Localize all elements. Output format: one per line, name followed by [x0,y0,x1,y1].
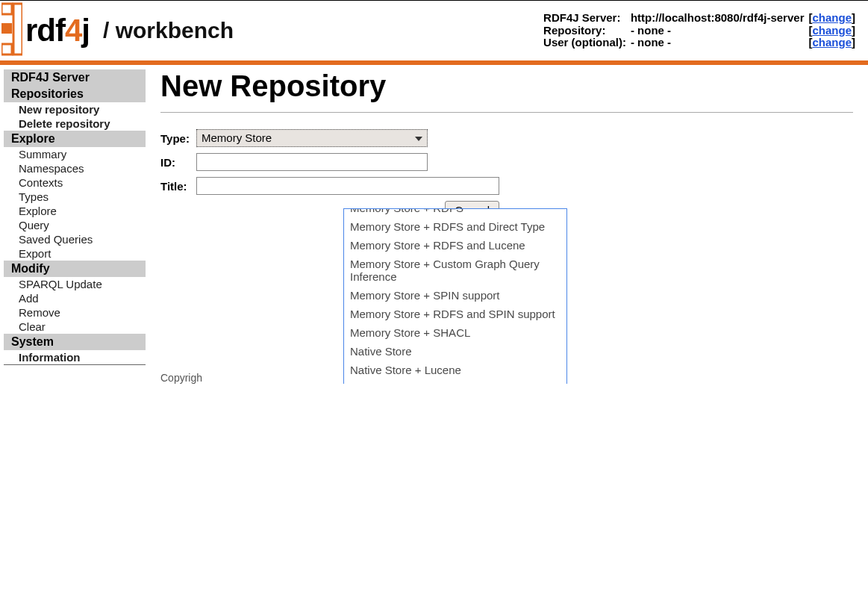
svg-rect-2 [1,44,12,55]
dropdown-option[interactable]: Memory Store + SHACL [344,323,566,342]
sidebar-item[interactable]: Saved Queries [4,232,146,246]
workbench-text: / workbench [103,18,234,43]
logo: rdf4j / workbench [0,2,234,59]
sidebar-item[interactable]: Clear [4,320,146,334]
change-user-link[interactable]: change [812,36,852,49]
rdf4j-logo-icon [1,2,22,59]
title-label: Title: [160,174,196,198]
server-row-repository: Repository: - none - [change] [542,25,857,37]
dropdown-option[interactable]: Memory Store + SPIN support [344,286,566,305]
type-select[interactable]: Memory Store [196,129,428,147]
sidebar-item[interactable]: Summary [4,147,146,161]
sidebar-item[interactable]: Namespaces [4,161,146,175]
sidebar-item[interactable]: Information [4,350,146,364]
sidebar-item[interactable]: Types [4,190,146,204]
type-dropdown-list[interactable]: Memory Store + RDFSMemory Store + RDFS a… [343,208,567,384]
sidebar-item[interactable]: SPARQL Update [4,277,146,291]
dropdown-option[interactable]: Memory Store + RDFS and Lucene [344,236,566,255]
dropdown-option[interactable]: Memory Store + Custom Graph Query Infere… [344,255,566,286]
sidebar-item[interactable]: Query [4,218,146,232]
id-label: ID: [160,150,196,174]
dropdown-option[interactable]: Native Store + RDFS [344,379,566,384]
sidebar-item[interactable]: Explore [4,204,146,218]
sidebar-item[interactable]: Contexts [4,175,146,190]
sidebar-item[interactable]: Delete repository [4,116,146,131]
nav-group-header: Modify [4,261,146,277]
dropdown-option[interactable]: Native Store [344,342,566,361]
nav-group-header: System [4,334,146,350]
change-repository-link[interactable]: change [812,24,852,37]
change-server-link[interactable]: change [812,11,852,24]
server-info: RDF4J Server: http://localhost:8080/rdf4… [542,12,868,49]
nav-group-header: Explore [4,131,146,147]
svg-rect-1 [1,23,12,34]
svg-rect-0 [1,4,12,14]
header: rdf4j / workbench RDF4J Server: http://l… [0,1,868,60]
logo-text: rdf4j [25,13,90,49]
dropdown-option[interactable]: Memory Store + RDFS and Direct Type [344,217,566,236]
nav-group-header: Repositories [4,86,146,102]
server-row-rdf4j: RDF4J Server: http://localhost:8080/rdf4… [542,12,857,25]
page-title: New Repository [160,69,853,103]
title-input[interactable] [196,177,499,195]
sidebar-item[interactable]: Remove [4,305,146,320]
dropdown-option[interactable]: Native Store + Lucene [344,361,566,379]
nav-group-header: RDF4J Server [4,69,146,86]
sidebar: RDF4J ServerRepositoriesNew repositoryDe… [0,69,146,384]
sidebar-item[interactable]: Add [4,291,146,305]
type-label: Type: [160,126,196,150]
dropdown-option[interactable]: Memory Store + RDFS and SPIN support [344,305,566,323]
sidebar-item[interactable]: New repository [4,102,146,116]
dropdown-option[interactable]: Memory Store + RDFS [344,208,566,217]
sidebar-item[interactable]: Export [4,246,146,261]
id-input[interactable] [196,153,428,171]
svg-rect-3 [13,4,22,55]
server-row-user: User (optional): - none - [change] [542,37,857,49]
main-content: New Repository Type: Memory Store ID: Ti… [146,69,868,384]
